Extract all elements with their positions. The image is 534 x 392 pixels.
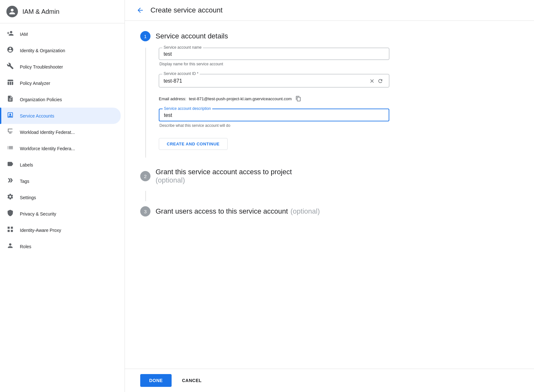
step-1-number: 1 bbox=[140, 31, 150, 41]
page-header: Create service account bbox=[125, 0, 534, 21]
name-field-label: Service account name bbox=[162, 45, 203, 50]
copy-email-button[interactable] bbox=[294, 95, 303, 102]
step-2-title-group: Grant this service account access to pro… bbox=[156, 168, 292, 184]
sidebar-item-roles-label: Roles bbox=[20, 244, 31, 249]
id-field-container: Service account ID * bbox=[159, 74, 389, 87]
done-button[interactable]: DONE bbox=[140, 374, 172, 387]
service-account-name-input[interactable] bbox=[164, 51, 384, 57]
step-2-number: 2 bbox=[140, 171, 150, 181]
service-account-name-field: Service account name Display name for th… bbox=[159, 48, 519, 66]
name-field-container: Service account name bbox=[159, 48, 389, 60]
page-content: 1 Service account details Service accoun… bbox=[125, 21, 534, 363]
sidebar-item-labels[interactable]: Labels bbox=[0, 157, 121, 173]
sidebar-header: IAM & Admin bbox=[0, 0, 125, 23]
sidebar-item-service-accounts[interactable]: Service Accounts bbox=[0, 108, 121, 124]
step-3-number: 3 bbox=[140, 206, 150, 216]
step-3-title: Grant users access to this service accou… bbox=[156, 207, 288, 216]
sidebar-item-settings[interactable]: Settings bbox=[0, 189, 121, 206]
sidebar-item-privacy-security-label: Privacy & Security bbox=[20, 211, 56, 216]
step-3-header: 3 Grant users access to this service acc… bbox=[140, 206, 519, 216]
sidebar-item-policy-analyzer-label: Policy Analyzer bbox=[20, 81, 50, 86]
service-account-id-field: Service account ID * bbox=[159, 74, 519, 87]
person-add-icon bbox=[6, 30, 14, 38]
step-1-header: 1 Service account details bbox=[140, 31, 519, 41]
email-value: test-871@test-push-project-kl.iam.gservi… bbox=[189, 96, 292, 101]
doc-icon bbox=[6, 95, 14, 104]
sidebar-item-tags-label: Tags bbox=[20, 179, 29, 184]
sidebar-item-policy-analyzer[interactable]: Policy Analyzer bbox=[0, 75, 121, 91]
id-input-row bbox=[164, 78, 384, 85]
sidebar-item-org-policies-label: Organization Policies bbox=[20, 97, 62, 102]
wrench-icon bbox=[6, 62, 14, 71]
sidebar-item-settings-label: Settings bbox=[20, 195, 36, 200]
back-button[interactable] bbox=[135, 5, 145, 15]
sidebar-item-iam[interactable]: IAM bbox=[0, 26, 121, 42]
name-field-hint: Display name for this service account bbox=[159, 62, 519, 66]
sidebar-item-org-policies[interactable]: Organization Policies bbox=[0, 91, 121, 108]
sidebar-item-workforce-identity-label: Workforce Identity Federa... bbox=[20, 146, 75, 151]
sidebar-item-tags[interactable]: Tags bbox=[0, 173, 121, 189]
step-1-title: Service account details bbox=[156, 32, 228, 40]
cancel-button[interactable]: CANCEL bbox=[177, 374, 206, 387]
table-icon bbox=[6, 79, 14, 87]
sidebar-item-policy-troubleshooter[interactable]: Policy Troubleshooter bbox=[0, 59, 121, 75]
person-hat-icon bbox=[6, 242, 14, 251]
sidebar-item-identity-aware-proxy-label: Identity-Aware Proxy bbox=[20, 228, 61, 233]
app-title: IAM & Admin bbox=[22, 8, 60, 15]
sidebar-nav: IAM Identity & Organization Policy Troub… bbox=[0, 23, 125, 257]
step-2-subtitle: (optional) bbox=[156, 176, 292, 184]
step-3-subtitle: (optional) bbox=[290, 207, 320, 216]
desc-field-hint: Describe what this service account will … bbox=[159, 123, 519, 128]
sidebar-item-workload-identity-label: Workload Identity Federat... bbox=[20, 130, 75, 135]
step-2-header: 2 Grant this service account access to p… bbox=[140, 168, 519, 184]
step-2-title: Grant this service account access to pro… bbox=[156, 168, 292, 176]
desc-field-container: Service account description bbox=[159, 109, 389, 121]
app-icon bbox=[6, 6, 18, 17]
sidebar-item-service-accounts-label: Service Accounts bbox=[20, 113, 54, 118]
create-and-continue-button[interactable]: CREATE AND CONTINUE bbox=[159, 138, 228, 150]
sidebar-item-policy-troubleshooter-label: Policy Troubleshooter bbox=[20, 64, 63, 69]
sidebar-item-iam-label: IAM bbox=[20, 32, 28, 37]
sidebar-item-workforce-identity[interactable]: Workforce Identity Federa... bbox=[0, 140, 121, 157]
sidebar-item-privacy-security[interactable]: Privacy & Security bbox=[0, 206, 121, 222]
step-3: 3 Grant users access to this service acc… bbox=[140, 206, 519, 223]
refresh-id-button[interactable] bbox=[376, 78, 384, 85]
clear-id-button[interactable] bbox=[368, 78, 376, 85]
page-title: Create service account bbox=[150, 6, 222, 14]
service-account-desc-field: Service account description Describe wha… bbox=[159, 109, 519, 128]
grid-icon bbox=[6, 226, 14, 234]
step-3-title-group: Grant users access to this service accou… bbox=[156, 207, 320, 216]
step-2: 2 Grant this service account access to p… bbox=[140, 168, 519, 201]
tag-icon bbox=[6, 160, 14, 169]
id-field-label: Service account ID * bbox=[162, 71, 200, 76]
service-account-desc-input[interactable] bbox=[164, 112, 384, 118]
step-1-content: Service account name Display name for th… bbox=[145, 48, 519, 158]
chevrons-icon bbox=[6, 177, 14, 185]
sidebar-item-roles[interactable]: Roles bbox=[0, 238, 121, 255]
sidebar-item-workload-identity[interactable]: Workload Identity Federat... bbox=[0, 124, 121, 140]
email-prefix: Email address: bbox=[159, 96, 186, 101]
sidebar-item-identity-aware-proxy[interactable]: Identity-Aware Proxy bbox=[0, 222, 121, 238]
list-icon bbox=[6, 144, 14, 153]
account-box-icon bbox=[6, 111, 14, 120]
person-circle-icon bbox=[6, 46, 14, 55]
main-panel: Create service account 1 Service account… bbox=[125, 0, 534, 392]
service-account-id-input[interactable] bbox=[164, 78, 368, 84]
step-1: 1 Service account details Service accoun… bbox=[140, 31, 519, 158]
monitor-icon bbox=[6, 128, 14, 136]
sidebar-item-identity-org-label: Identity & Organization bbox=[20, 48, 65, 53]
sidebar-item-identity-org[interactable]: Identity & Organization bbox=[0, 42, 121, 59]
active-indicator bbox=[0, 108, 1, 124]
gear-icon bbox=[6, 193, 14, 202]
sidebar-item-labels-label: Labels bbox=[20, 162, 33, 167]
bottom-actions: DONE CANCEL bbox=[125, 369, 534, 392]
step-2-connector bbox=[145, 191, 146, 201]
desc-field-label: Service account description bbox=[163, 106, 212, 111]
sidebar: IAM & Admin IAM Identity & Organization bbox=[0, 0, 125, 392]
shield-icon bbox=[6, 209, 14, 218]
email-row: Email address: test-871@test-push-projec… bbox=[159, 95, 519, 102]
